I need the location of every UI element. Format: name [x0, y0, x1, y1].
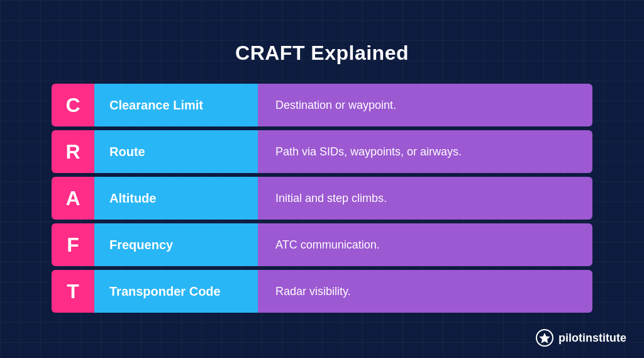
- craft-letter: C: [52, 84, 94, 126]
- craft-letter: T: [52, 270, 94, 313]
- svg-marker-1: [540, 333, 550, 344]
- table-row: FFrequencyATC communication.: [52, 223, 592, 266]
- craft-letter: R: [52, 130, 94, 173]
- table-row: CClearance LimitDestination or waypoint.: [52, 84, 592, 126]
- craft-term: Route: [94, 130, 258, 173]
- table-row: RRoutePath via SIDs, waypoints, or airwa…: [52, 130, 592, 173]
- craft-term: Transponder Code: [94, 270, 258, 313]
- branding: pilotinstitute: [536, 329, 626, 347]
- craft-description: Initial and step climbs.: [258, 177, 592, 220]
- craft-description: Path via SIDs, waypoints, or airways.: [258, 130, 592, 173]
- craft-table: CClearance LimitDestination or waypoint.…: [52, 80, 592, 316]
- craft-letter: A: [52, 177, 94, 220]
- craft-description: Radar visibility.: [258, 270, 592, 313]
- craft-term: Frequency: [94, 223, 258, 266]
- craft-description: ATC communication.: [258, 223, 592, 266]
- craft-description: Destination or waypoint.: [258, 84, 592, 126]
- brand-name: pilotinstitute: [558, 332, 626, 345]
- brand-icon: [536, 329, 553, 347]
- craft-term: Altitude: [94, 177, 258, 220]
- craft-term: Clearance Limit: [94, 84, 258, 126]
- table-row: AAltitudeInitial and step climbs.: [52, 177, 592, 220]
- page-title: CRAFT Explained: [235, 42, 409, 65]
- table-row: TTransponder CodeRadar visibility.: [52, 270, 592, 313]
- craft-letter: F: [52, 223, 94, 266]
